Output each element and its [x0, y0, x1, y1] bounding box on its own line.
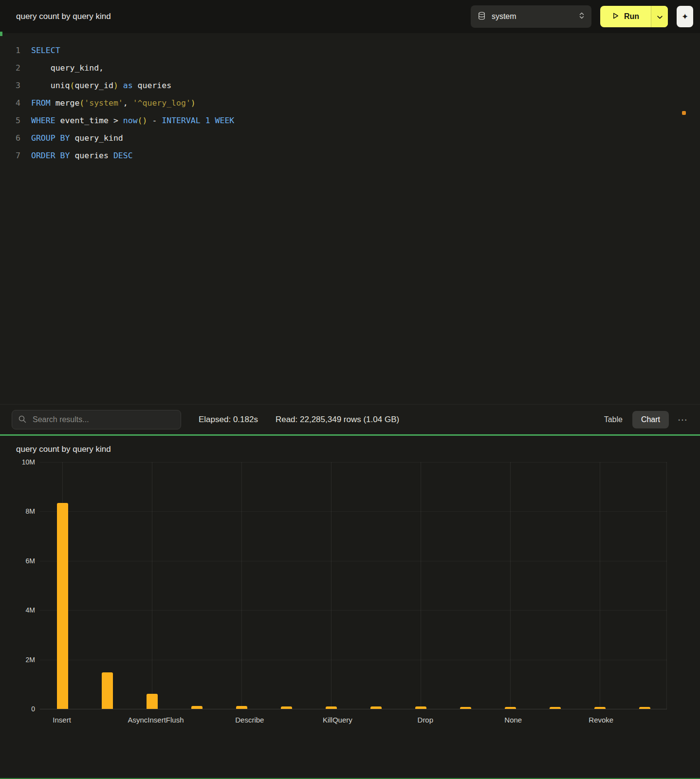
code-text: uniq(query_id) as queries [31, 77, 171, 94]
x-tick-label: Revoke [579, 716, 623, 724]
bar-slot [85, 462, 129, 709]
bar-Drop[interactable] [415, 706, 426, 709]
bar-slot [443, 462, 488, 709]
bar-slot [264, 462, 309, 709]
secondary-action-button[interactable]: ✦ [677, 6, 693, 27]
code-line: 3 uniq(query_id) as queries [0, 77, 700, 94]
bar-slot [309, 462, 353, 709]
results-toolbar: Elapsed: 0.182s Read: 22,285,349 rows (1… [0, 404, 700, 434]
search-box [12, 410, 181, 429]
line-number: 5 [0, 112, 20, 130]
x-tick-label [535, 716, 579, 724]
code-text: GROUP BY query_kind [31, 130, 123, 147]
bar-unlabeled-1[interactable] [102, 672, 113, 709]
chart-plot [40, 462, 667, 709]
bar-AsyncInsertFlush[interactable] [147, 694, 158, 709]
bar-slot [40, 462, 85, 709]
x-tick-label: AsyncInsertFlush [128, 716, 184, 724]
y-tick-label: 2M [7, 656, 35, 664]
bar-unlabeled-7[interactable] [370, 706, 382, 709]
top-bar: query count by query kind system [0, 0, 700, 33]
line-number: 4 [0, 94, 20, 112]
scroll-marker-orange [682, 111, 686, 115]
x-tick-label: None [491, 716, 535, 724]
play-icon [612, 12, 619, 21]
bar-unlabeled-5[interactable] [281, 706, 292, 709]
line-number: 2 [0, 59, 20, 77]
line-number: 7 [0, 147, 20, 165]
bar-Describe[interactable] [236, 706, 247, 709]
chart-x-labels: InsertAsyncInsertFlushDescribeKillQueryD… [40, 716, 667, 724]
tab-table[interactable]: Table [595, 411, 631, 428]
bar-slot [129, 462, 174, 709]
x-tick-label [359, 716, 403, 724]
database-selector[interactable]: system [471, 5, 591, 28]
code-lines: 1SELECT2 query_kind,3 uniq(query_id) as … [0, 42, 700, 165]
code-line: 2 query_kind, [0, 59, 700, 77]
search-results-input[interactable] [12, 410, 181, 429]
y-tick-label: 4M [7, 606, 35, 614]
y-tick-label: 6M [7, 557, 35, 565]
code-text: WHERE event_time > now() - INTERVAL 1 WE… [31, 112, 234, 130]
database-selected-value: system [492, 12, 573, 21]
x-tick-label [623, 716, 667, 724]
code-line: 6GROUP BY query_kind [0, 130, 700, 147]
chevron-down-icon [657, 12, 663, 21]
bar-Revoke[interactable] [594, 707, 606, 709]
line-number: 6 [0, 130, 20, 147]
y-tick-label: 10M [7, 458, 35, 466]
x-tick-label [84, 716, 128, 724]
updown-chevron-icon [579, 12, 585, 21]
bar-slot [577, 462, 622, 709]
code-text: FROM merge('system', '^query_log') [31, 94, 196, 112]
sparkle-icon: ✦ [682, 12, 688, 22]
code-text: ORDER BY queries DESC [31, 147, 133, 165]
bar-slot [622, 462, 667, 709]
bar-None[interactable] [505, 707, 516, 709]
y-tick-label: 0 [7, 705, 35, 713]
x-tick-label [272, 716, 315, 724]
x-tick-label: KillQuery [315, 716, 359, 724]
h-gridline [40, 709, 667, 709]
bar-slot [219, 462, 264, 709]
tab-chart[interactable]: Chart [632, 411, 669, 428]
x-tick-label [447, 716, 491, 724]
line-number: 1 [0, 42, 20, 59]
bar-KillQuery[interactable] [326, 706, 337, 709]
bar-slot [488, 462, 533, 709]
bar-unlabeled-13[interactable] [639, 707, 650, 709]
x-tick-label [184, 716, 228, 724]
elapsed-stat: Elapsed: 0.182s [199, 415, 258, 425]
code-line: 1SELECT [0, 42, 700, 59]
top-bar-actions: system Run [471, 5, 693, 28]
read-stat: Read: 22,285,349 rows (1.04 GB) [276, 415, 399, 425]
more-options-icon[interactable]: ⋯ [678, 415, 688, 425]
chart-body: 10M8M6M4M2M0 InsertAsyncInsertFlushDescr… [0, 462, 700, 724]
view-toggle: Table Chart [595, 411, 669, 428]
run-options-button[interactable] [651, 6, 668, 27]
scroll-marker-green [0, 32, 2, 36]
bar-slot [533, 462, 577, 709]
bar-slot [398, 462, 443, 709]
run-button-group: Run [600, 6, 668, 27]
chart-title: query count by query kind [16, 445, 700, 454]
line-number: 3 [0, 77, 20, 94]
x-tick-label: Insert [40, 716, 84, 724]
bar-slot [174, 462, 219, 709]
database-icon [478, 12, 486, 22]
query-title: query count by query kind [16, 12, 111, 21]
bar-Insert[interactable] [57, 503, 68, 709]
x-tick-label: Drop [404, 716, 447, 724]
bar-unlabeled-9[interactable] [460, 707, 471, 709]
bar-unlabeled-11[interactable] [550, 707, 561, 709]
code-line: 7ORDER BY queries DESC [0, 147, 700, 165]
code-text: query_kind, [31, 59, 104, 77]
chart-panel: query count by query kind 10M8M6M4M2M0 I… [0, 436, 700, 779]
code-text: SELECT [31, 42, 60, 59]
bar-unlabeled-3[interactable] [191, 706, 203, 709]
bars-layer [40, 462, 667, 709]
sql-editor[interactable]: 1SELECT2 query_kind,3 uniq(query_id) as … [0, 33, 700, 404]
run-button[interactable]: Run [600, 6, 651, 27]
bar-slot [353, 462, 398, 709]
chart-y-axis: 10M8M6M4M2M0 [12, 462, 40, 709]
